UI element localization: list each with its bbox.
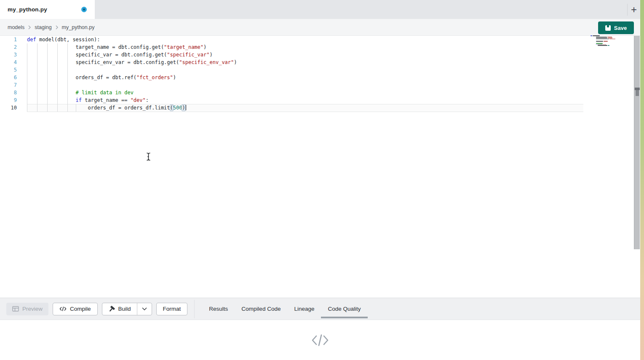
code-line[interactable]: orders_df = orders_df.limit(500) [0,104,615,112]
code-line[interactable] [0,66,615,74]
build-button-label: Build [118,306,131,312]
breadcrumb-item-staging[interactable]: staging [35,24,51,30]
save-button[interactable]: Save [598,21,634,34]
breadcrumb-item-file[interactable]: my_python.py [62,24,95,30]
chevron-right-icon [56,25,58,29]
code-editor[interactable]: 12345678910 def model(dbt, session): tar… [0,36,640,298]
format-button[interactable]: Format [156,303,188,315]
build-split-button: Build [102,303,152,315]
build-button[interactable]: Build [102,303,137,315]
preview-button-label: Preview [22,306,43,312]
code-lines[interactable]: def model(dbt, session): target_name = d… [0,36,615,112]
table-grid-icon [12,306,19,312]
format-button-label: Format [163,306,181,312]
scrollbar-thumb[interactable] [634,88,640,96]
file-tab-strip: my_python.py + [0,0,640,19]
chevron-down-icon [142,307,147,310]
hammer-icon [108,306,115,312]
desktop-edge-strip [640,0,644,360]
tab-compiled-code[interactable]: Compiled Code [235,298,287,320]
tab-code-quality[interactable]: Code Quality [321,298,367,320]
file-tab-title: my_python.py [8,6,47,13]
compile-button[interactable]: Compile [53,303,98,315]
tab-results[interactable]: Results [202,298,235,320]
toolbar-divider [194,300,195,318]
code-line[interactable]: def model(dbt, session): [0,36,615,43]
code-line[interactable]: specific_env_var = dbt.config.get("speci… [0,59,615,66]
breadcrumb-item-models[interactable]: models [8,24,24,30]
code-quality-panel [0,320,640,360]
ide-screen: my_python.py + models staging my_python.… [0,0,644,360]
code-line[interactable]: specific_var = dbt.config.get("specific_… [0,51,615,59]
code-line[interactable]: orders_df = dbt.ref("fct_orders") [0,74,615,81]
code-line[interactable]: target_name = dbt.config.get("target_nam… [0,43,615,51]
save-button-label: Save [614,25,627,31]
compile-button-label: Compile [70,306,91,312]
build-options-button[interactable] [137,303,152,315]
text-caret [185,105,186,110]
unsaved-changes-icon [81,7,87,12]
new-tab-button[interactable]: + [628,2,640,17]
save-icon [605,25,611,31]
editor-scrollbar[interactable] [634,36,640,249]
panel-tabs: Results Compiled Code Lineage Code Quali… [202,298,367,320]
chevron-right-icon [28,25,31,29]
preview-button[interactable]: Preview [6,303,48,315]
code-minimap [591,35,617,46]
breadcrumb: models staging my_python.py [0,19,640,36]
bottom-toolbar: Preview Compile Build Format Results Com… [0,298,640,320]
active-tab-indicator [321,317,367,318]
code-brackets-icon [59,307,67,311]
code-line[interactable] [0,81,615,89]
file-tab-my-python[interactable]: my_python.py [0,0,95,19]
code-line[interactable]: # limit data in dev [0,89,615,96]
code-placeholder-icon [311,334,329,347]
tab-lineage[interactable]: Lineage [287,298,321,320]
code-line[interactable]: if target_name == "dev": [0,96,615,104]
